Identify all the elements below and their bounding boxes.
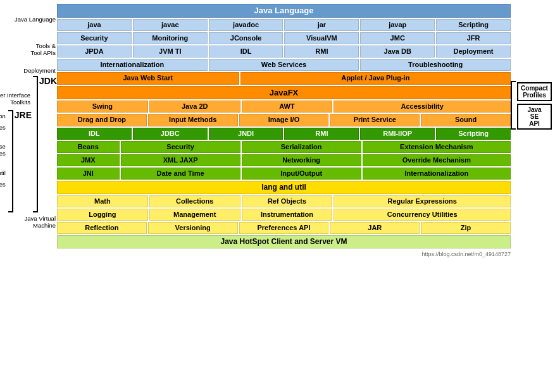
tool-i18n: Internationalization [57, 59, 208, 71]
label-ui-toolkits: User InterfaceToolkits [0, 87, 32, 110]
lu-zip: Zip [421, 222, 511, 234]
tool-jpda: JPDA [57, 46, 132, 58]
tool-idl: IDL [209, 46, 284, 58]
lu-ref-objects: Ref Objects [242, 195, 333, 207]
base-networking: Networking [242, 154, 361, 166]
right-side: CompactProfiles JavaSEAPI [511, 4, 554, 382]
tool-rmi: RMI [284, 46, 359, 58]
ui-java2d: Java 2D [149, 101, 240, 113]
base-jni: JNI [57, 168, 120, 180]
base-row1: Beans Security Serialization Extension M… [57, 141, 511, 153]
tool-jar: jar [284, 19, 359, 31]
lu-reflection: Reflection [57, 222, 147, 234]
base-serialization: Serialization [242, 141, 361, 153]
base-input-output: Input/Output [242, 168, 361, 180]
tool-jfr: JFR [436, 32, 511, 44]
base-xml-jaxp: XML JAXP [121, 154, 240, 166]
center-diagram: Java Language java javac javadoc jar jav… [57, 4, 511, 382]
base-ext-mechanism: Extension Mechanism [363, 141, 511, 153]
tool-webservices: Web Services [209, 59, 359, 71]
ui-print-service: Print Service [330, 114, 420, 126]
base-jmx: JMX [57, 154, 120, 166]
ui-swing: Swing [57, 101, 148, 113]
int-rmi: RMI [284, 128, 359, 140]
int-idl: IDL [57, 128, 132, 140]
base-date-time: Date and Time [121, 168, 240, 180]
lu-collections: Collections [149, 195, 240, 207]
tools-row4: Internationalization Web Services Troubl… [57, 59, 511, 71]
base-override-mechanism: Override Mechanism [363, 154, 511, 166]
tool-jconsole: JConsole [209, 32, 284, 44]
lang-util-header: lang and util [57, 181, 511, 193]
java-web-start: Java Web Start [57, 72, 239, 84]
int-jdbc: JDBC [133, 128, 208, 140]
lang-util-row2: Logging Management Instrumentation Concu… [57, 209, 511, 221]
left-side: Java Language Tools &Tool APIs Deploymen… [1, 4, 57, 382]
tools-row2: Security Monitoring JConsole VisualVM JM… [57, 32, 511, 44]
label-tools-tool-apis: Tools &Tool APIs [29, 34, 57, 64]
lang-util-row3: Reflection Versioning Preferences API JA… [57, 222, 511, 234]
jdk-label: JDK [38, 76, 57, 86]
int-scripting: Scripting [436, 128, 511, 140]
lu-management: Management [149, 209, 240, 221]
tool-javadoc: javadoc [209, 19, 284, 31]
lu-prefs-api: Preferences API [239, 222, 329, 234]
int-rmi-iiop: RMI-IIOP [360, 128, 435, 140]
lu-math: Math [57, 195, 148, 207]
lu-jar: JAR [330, 222, 420, 234]
ui-accessibility: Accessibility [334, 101, 511, 113]
jvm-text: Java HotSpot Client and Server VM [57, 235, 511, 248]
ui-input-methods: Input Methods [148, 114, 238, 126]
base-beans: Beans [57, 141, 120, 153]
tool-java: java [57, 19, 132, 31]
base-security: Security [121, 141, 240, 153]
ui-sound: Sound [421, 114, 511, 126]
tool-monitoring: Monitoring [133, 32, 208, 44]
integration-row1: IDL JDBC JNDI RMI RMI-IIOP Scripting [57, 128, 511, 140]
java-se-api-box: JavaSEAPI [517, 104, 552, 130]
lang-util-header-row: lang and util [57, 181, 511, 193]
applet-plugin: Applet / Java Plug-in [240, 72, 511, 84]
deployment-row: Java Web Start Applet / Java Plug-in [57, 72, 511, 84]
tool-visualvm: VisualVM [284, 32, 359, 44]
label-integration: IntegrationLibraries [0, 110, 7, 121]
tool-javac: javac [133, 19, 208, 31]
lu-instrumentation: Instrumentation [242, 209, 333, 221]
label-java-language: Java Language [13, 14, 57, 24]
label-deployment: Deployment [22, 64, 57, 76]
jvm-row: Java HotSpot Client and Server VM [57, 235, 511, 248]
javafx-header: JavaFX [57, 86, 511, 100]
java-language-header: Java Language [57, 4, 511, 18]
jre-label: JRE [13, 110, 32, 120]
tool-deployment: Deployment [436, 46, 511, 58]
java-language-header-row: Java Language [57, 4, 511, 18]
lu-regex: Regular Expressions [334, 195, 511, 207]
ui-awt: AWT [242, 101, 333, 113]
url-text: https://blog.csdn.net/m0_49148727 [57, 251, 511, 257]
lu-versioning: Versioning [148, 222, 238, 234]
ui-drag-drop: Drag and Drop [57, 114, 147, 126]
lu-concurrency: Concurrency Utilities [334, 209, 511, 221]
tools-row3: JPDA JVM TI IDL RMI Java DB Deployment [57, 46, 511, 58]
ui-row2: Drag and Drop Input Methods Image I/O Pr… [57, 114, 511, 126]
lu-logging: Logging [57, 209, 148, 221]
label-jvm: Java VirtualMachine [23, 212, 57, 231]
tool-javap: javap [360, 19, 435, 31]
label-other-base: Other BaseLibraries [0, 133, 7, 167]
int-jndi: JNDI [209, 128, 284, 140]
tool-security: Security [57, 32, 132, 44]
ui-image-io: Image I/O [239, 114, 329, 126]
tool-troubleshooting: Troubleshooting [360, 59, 511, 71]
label-lang-util-base: lang and utilBase Libraries [0, 167, 7, 178]
tool-jvmti: JVM TI [133, 46, 208, 58]
tool-scripting: Scripting [436, 19, 511, 31]
tool-jmc: JMC [360, 32, 435, 44]
javafx-row: JavaFX [57, 86, 511, 100]
base-row3: JNI Date and Time Input/Output Internati… [57, 168, 511, 180]
base-row2: JMX XML JAXP Networking Override Mechani… [57, 154, 511, 166]
lang-util-row1: Math Collections Ref Objects Regular Exp… [57, 195, 511, 207]
tool-javadb: Java DB [360, 46, 435, 58]
ui-row1: Swing Java 2D AWT Accessibility [57, 101, 511, 113]
compact-profiles-box: CompactProfiles [517, 82, 552, 101]
base-i18n: Internationalization [363, 168, 511, 180]
